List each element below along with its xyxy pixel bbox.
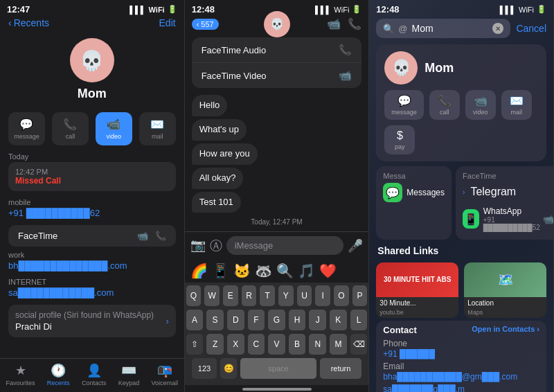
key-return[interactable]: return	[320, 358, 361, 379]
contact-section-header: Contact Open in Contacts ›	[383, 325, 539, 335]
internet-value[interactable]: sa████████████.com	[8, 287, 176, 298]
key-c[interactable]: C	[248, 334, 265, 355]
result-pay-btn[interactable]: $ pay	[384, 125, 415, 154]
mobile-value[interactable]: +91 ██████████62	[8, 208, 176, 218]
key-x[interactable]: X	[227, 334, 244, 355]
key-123[interactable]: 123	[192, 358, 217, 379]
key-s[interactable]: S	[206, 310, 224, 330]
mic-icon-p2[interactable]: 🎤	[348, 238, 363, 253]
kb-row-1: Q W E R T Y U I O P	[186, 285, 368, 306]
tab-favourites[interactable]: ★ Favourites	[6, 363, 35, 386]
call-icon-p1: 📞	[63, 118, 77, 131]
tab-contacts[interactable]: 👤 Contacts	[82, 363, 107, 386]
call-button-p1[interactable]: 📞 call	[52, 112, 89, 145]
mail-button-p1[interactable]: ✉️ mail	[139, 112, 176, 145]
emoji-music[interactable]: 🎵	[298, 262, 315, 279]
result-video-btn[interactable]: 📹 video	[465, 90, 496, 120]
social-chevron: ›	[166, 317, 169, 326]
key-a[interactable]: A	[186, 310, 204, 330]
key-n[interactable]: N	[309, 334, 326, 355]
phone-value-p3[interactable]: +91 ██████	[383, 349, 539, 359]
emoji-raccoon[interactable]: 🦝	[255, 262, 272, 279]
tab-voicemail[interactable]: 📭 Voicemail	[152, 363, 179, 386]
mail-label-p1: mail	[152, 133, 163, 140]
video-icon-ft: 📹	[339, 69, 352, 82]
messa-in-app: Messages	[406, 188, 445, 197]
emoji-rainbow[interactable]: 🌈	[190, 262, 208, 279]
key-t[interactable]: T	[260, 285, 275, 306]
link-card-video[interactable]: 30 MINUTE HIIT ABS 30 Minute... youtu.be	[376, 262, 458, 318]
telegram-row[interactable]: › Telegram	[463, 183, 554, 201]
whatsapp-video-icon[interactable]: 📹	[543, 214, 554, 224]
contact-name-p1: Mom	[78, 87, 107, 101]
key-w[interactable]: W	[204, 285, 220, 306]
whatsapp-inner: 📱 WhatsApp +91 ██████████52	[463, 206, 543, 231]
key-p[interactable]: P	[352, 285, 368, 306]
today-section: Today 12:42 PM Missed Call	[8, 152, 176, 191]
edit-button-p1[interactable]: Edit	[159, 17, 176, 28]
signal-icon-p3: ▌▌▌	[500, 6, 516, 14]
social-profile-row[interactable]: social profile (Siri found in WhatsApp) …	[8, 305, 176, 337]
key-e[interactable]: E	[223, 285, 238, 306]
facetime-video-option[interactable]: FaceTime Video 📹	[192, 63, 362, 88]
key-m[interactable]: M	[330, 334, 347, 355]
facetime-video-icon[interactable]: 📹	[137, 231, 148, 241]
work-section: work bh██████████████.com	[8, 251, 176, 271]
key-f[interactable]: F	[248, 310, 265, 330]
video-call-icon-p2[interactable]: 📹	[327, 17, 341, 30]
emoji-cat[interactable]: 🐱	[233, 262, 251, 279]
key-q[interactable]: Q	[186, 285, 202, 306]
emoji-apps[interactable]: 📱	[212, 262, 229, 279]
key-h[interactable]: H	[289, 310, 306, 330]
message-button-p1[interactable]: 💬 message	[8, 112, 45, 145]
search-clear-button[interactable]: ✕	[492, 23, 503, 34]
key-v[interactable]: V	[268, 334, 285, 355]
cancel-search-button[interactable]: Cancel	[516, 23, 546, 34]
key-y[interactable]: Y	[278, 285, 294, 306]
key-l[interactable]: L	[350, 310, 368, 330]
key-b[interactable]: B	[289, 334, 306, 355]
back-label-p1: Recents	[14, 17, 49, 28]
email-value1-p3[interactable]: bha███████████@gm███.com	[383, 372, 539, 382]
phone-icon-p2[interactable]: 📞	[348, 17, 361, 30]
mobile-section: mobile +91 ██████████62	[8, 198, 176, 218]
emoji-search[interactable]: 🔍	[276, 262, 294, 279]
key-space[interactable]: space	[240, 358, 316, 379]
whatsapp-icon: 📱	[463, 209, 479, 229]
key-r[interactable]: R	[242, 285, 257, 306]
key-backspace[interactable]: ⌫	[350, 334, 368, 355]
result-mail-btn[interactable]: ✉️ mail	[501, 90, 532, 120]
back-count: 557	[201, 20, 213, 28]
result-message-btn[interactable]: 💬 message	[384, 90, 424, 120]
key-j[interactable]: J	[309, 310, 326, 330]
back-badge-p2[interactable]: ‹ 557	[192, 19, 219, 30]
key-k[interactable]: K	[330, 310, 347, 330]
imessage-input[interactable]: iMessage	[226, 236, 344, 255]
facetime-audio-option[interactable]: FaceTime Audio 📞	[192, 37, 362, 63]
search-field-p3[interactable]: 🔍 @ Mom ✕	[376, 19, 510, 38]
key-o[interactable]: O	[334, 285, 349, 306]
key-u[interactable]: U	[297, 285, 312, 306]
tab-recents[interactable]: 🕐 Recents	[47, 363, 70, 386]
video-icon-p1: 📹	[107, 118, 120, 131]
key-i[interactable]: I	[315, 285, 330, 306]
work-label: work	[8, 251, 176, 259]
key-shift[interactable]: ⇧	[186, 334, 204, 355]
link-card-map[interactable]: 🗺️ Location Maps	[464, 262, 546, 318]
tab-keypad[interactable]: ⌨️ Keypad	[118, 363, 140, 386]
work-value[interactable]: bh██████████████.com	[8, 260, 176, 271]
key-d[interactable]: D	[227, 310, 244, 330]
result-mail-icon: ✉️	[510, 94, 524, 107]
facetime-audio-icon[interactable]: 📞	[155, 231, 166, 241]
open-in-contacts-link[interactable]: Open in Contacts ›	[472, 325, 539, 335]
email-value2-p3[interactable]: sa███████g███.m	[383, 384, 539, 392]
key-g[interactable]: G	[268, 310, 285, 330]
camera-icon-p2[interactable]: 📷	[190, 238, 206, 254]
key-z[interactable]: Z	[206, 334, 224, 355]
result-call-btn[interactable]: 📞 call	[429, 90, 460, 120]
video-button-p1[interactable]: 📹 video	[96, 112, 132, 145]
key-emoji[interactable]: 😊	[220, 358, 237, 379]
back-button-p1[interactable]: ‹ Recents	[8, 17, 49, 28]
emoji-heart[interactable]: ❤️	[319, 262, 337, 279]
apps-icon-p2[interactable]: Ⓐ	[210, 238, 222, 254]
